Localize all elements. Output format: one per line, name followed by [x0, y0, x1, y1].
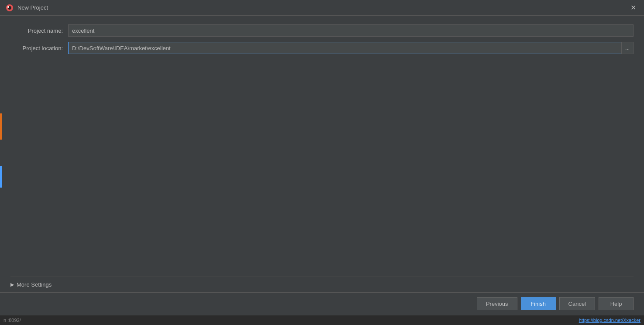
location-input-group: ...	[68, 42, 634, 54]
svg-point-2	[7, 6, 9, 8]
main-area	[10, 59, 634, 268]
close-button[interactable]: ✕	[628, 3, 639, 12]
finish-button[interactable]: Finish	[521, 297, 556, 310]
more-settings-label: More Settings	[17, 281, 52, 288]
previous-button[interactable]: Previous	[477, 297, 517, 310]
button-bar: Previous Finish Cancel Help	[0, 292, 644, 315]
bottom-section: ▶ More Settings	[0, 277, 644, 292]
more-settings-row[interactable]: ▶ More Settings	[10, 277, 634, 292]
status-bar: n :8092/ https://blog.csdn.net/Xxacker	[0, 315, 644, 325]
blue-accent-bar	[0, 166, 2, 188]
help-button[interactable]: Help	[599, 297, 634, 310]
browse-button[interactable]: ...	[621, 42, 634, 54]
dialog-content: Project name: Project location: ...	[0, 16, 644, 277]
cancel-button[interactable]: Cancel	[559, 297, 595, 310]
status-link[interactable]: https://blog.csdn.net/Xxacker	[579, 318, 641, 323]
project-location-row: Project location: ...	[10, 42, 634, 54]
project-name-row: Project name:	[10, 24, 634, 37]
title-bar: New Project ✕	[0, 0, 644, 16]
new-project-dialog: New Project ✕ Project name: Project loca…	[0, 0, 644, 325]
project-name-input[interactable]	[68, 24, 634, 37]
app-icon	[5, 3, 14, 12]
status-port: n :8092/	[3, 318, 21, 323]
project-location-label: Project location:	[10, 45, 63, 51]
project-name-label: Project name:	[10, 27, 63, 34]
dialog-title: New Project	[17, 4, 48, 11]
orange-accent-bar	[0, 113, 2, 140]
title-bar-left: New Project	[5, 3, 48, 12]
more-settings-arrow: ▶	[10, 282, 14, 287]
project-location-input[interactable]	[68, 42, 621, 54]
